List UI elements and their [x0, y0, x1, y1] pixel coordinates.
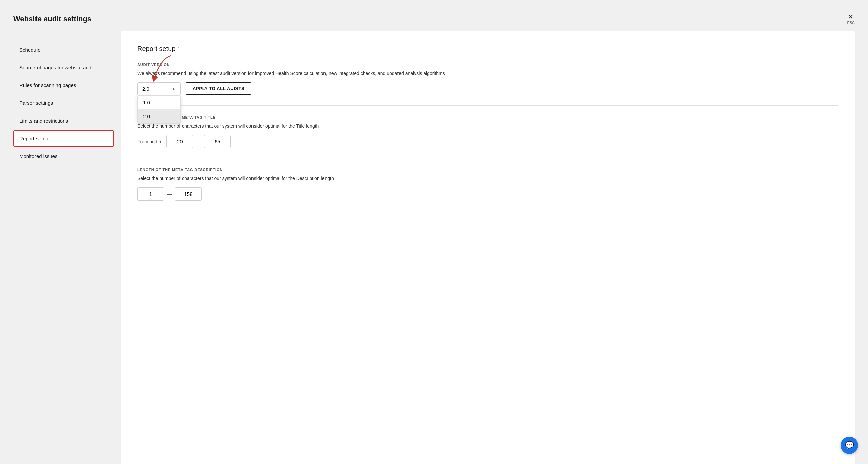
- meta-title-section: THE LENGTH OF THE META TAG TITLE Select …: [137, 115, 838, 148]
- range-dash-2: —: [167, 191, 172, 197]
- version-dropdown-menu: 1.0 2.0: [137, 95, 181, 124]
- info-icon: i: [178, 46, 179, 51]
- content-area: Report setup i AUDIT VERSION We always r…: [121, 31, 855, 464]
- range-from-to-label: From and to:: [137, 139, 164, 144]
- section-title: Report setup i: [137, 45, 838, 53]
- version-option-1[interactable]: 1.0: [137, 96, 181, 110]
- meta-description-section: LENGTH OF THE META TAG DESCRIPTION Selec…: [137, 168, 838, 200]
- range-dash-1: —: [196, 138, 201, 145]
- sidebar-item-rules-scanning[interactable]: Rules for scanning pages: [13, 77, 114, 93]
- esc-label: ESC: [847, 21, 855, 25]
- meta-description-range-row: —: [137, 187, 838, 200]
- sidebar: Schedule Source of pages for website aud…: [13, 31, 121, 464]
- modal-title: Website audit settings: [13, 15, 91, 24]
- sidebar-item-limits-restrictions[interactable]: Limits and restrictions: [13, 113, 114, 129]
- modal-header: Website audit settings ✕ ESC: [13, 7, 855, 31]
- meta-description-description: Select the number of characters that our…: [137, 175, 838, 182]
- sidebar-item-schedule[interactable]: Schedule: [13, 41, 114, 58]
- audit-version-description: We always recommend using the latest aud…: [137, 70, 838, 77]
- version-value: 2.0: [142, 86, 149, 92]
- meta-title-range-row: From and to: —: [137, 135, 838, 148]
- audit-version-row: 2.0 ▲ 1.0 2.0 APPLY: [137, 82, 838, 95]
- apply-all-audits-button[interactable]: APPLY TO ALL AUDITS: [186, 82, 251, 95]
- audit-version-label: AUDIT VERSION: [137, 63, 838, 67]
- meta-description-to-input[interactable]: [175, 187, 202, 200]
- modal-body: Schedule Source of pages for website aud…: [13, 31, 855, 464]
- divider-2: [137, 158, 838, 158]
- meta-description-label: LENGTH OF THE META TAG DESCRIPTION: [137, 168, 838, 172]
- chevron-up-icon: ▲: [172, 87, 176, 91]
- meta-title-to-input[interactable]: [204, 135, 231, 148]
- version-select[interactable]: 2.0 ▲: [137, 82, 181, 95]
- sidebar-item-source-of-pages[interactable]: Source of pages for website audit: [13, 59, 114, 76]
- sidebar-item-report-setup[interactable]: Report setup: [13, 130, 114, 147]
- sidebar-item-parser-settings[interactable]: Parser settings: [13, 95, 114, 111]
- meta-description-from-input[interactable]: [137, 187, 164, 200]
- meta-title-label: THE LENGTH OF THE META TAG TITLE: [137, 115, 838, 119]
- meta-title-description: Select the number of characters that our…: [137, 123, 838, 129]
- chat-button[interactable]: 💬: [841, 437, 858, 454]
- version-dropdown-wrapper: 2.0 ▲ 1.0 2.0: [137, 82, 181, 95]
- arrow-annotation: [141, 52, 181, 86]
- chat-icon: 💬: [845, 441, 854, 450]
- close-icon: ✕: [848, 13, 854, 20]
- audit-version-section: AUDIT VERSION We always recommend using …: [137, 63, 838, 95]
- close-button[interactable]: ✕ ESC: [847, 13, 855, 25]
- version-option-2[interactable]: 2.0: [137, 110, 181, 123]
- sidebar-item-monitored-issues[interactable]: Monitored issues: [13, 148, 114, 164]
- meta-title-from-input[interactable]: [166, 135, 193, 148]
- divider-1: [137, 105, 838, 106]
